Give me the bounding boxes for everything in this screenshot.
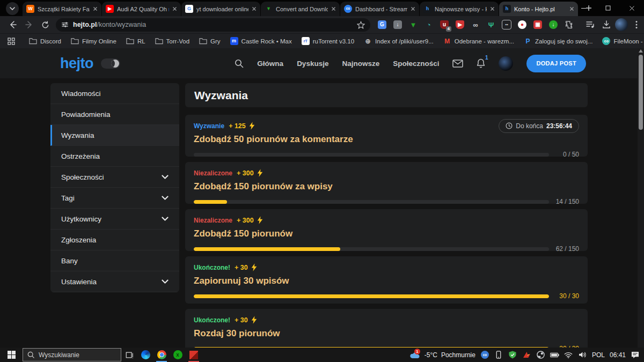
- steam-tray-icon[interactable]: [536, 350, 545, 359]
- tab-close-icon[interactable]: [331, 6, 336, 11]
- defender-tray-icon[interactable]: [508, 350, 517, 359]
- tab-close-icon[interactable]: [93, 6, 98, 11]
- close-window-button[interactable]: [620, 0, 644, 16]
- bookmark-label: Odebrane - warezm...: [455, 38, 514, 45]
- chrome-taskbar-icon[interactable]: [153, 348, 170, 362]
- dark-mode-toggle[interactable]: [101, 58, 120, 69]
- idm-download-ext-icon[interactable]: ↓: [392, 19, 403, 30]
- sidebar-item[interactable]: Społeczności: [50, 167, 179, 188]
- sidebar-item[interactable]: Zgłoszenia: [50, 230, 179, 250]
- notifications-button[interactable]: 1: [477, 58, 485, 68]
- edge-taskbar-icon[interactable]: [137, 348, 153, 362]
- scrollbar-thumb[interactable]: [639, 55, 643, 130]
- clock[interactable]: 06:41: [610, 351, 626, 359]
- browser-tab[interactable]: co Dashboard - Streama: [340, 2, 419, 16]
- header-nav-item[interactable]: Najnowsze: [342, 60, 379, 68]
- imagus-ext-icon[interactable]: Ψ: [486, 19, 496, 30]
- video-downloader-ext-icon[interactable]: ▣: [532, 19, 543, 30]
- afterburner-tray-icon[interactable]: [522, 350, 531, 359]
- tab-close-icon[interactable]: [490, 6, 495, 11]
- sidebar-item[interactable]: Ustawienia: [50, 271, 179, 292]
- bookmark-item[interactable]: Filmy Online: [66, 35, 121, 47]
- weather-widget[interactable]: 1 -5°C Pochmurnie: [409, 351, 475, 359]
- back-button[interactable]: [5, 17, 20, 32]
- bookmark-item[interactable]: Gry: [194, 35, 225, 47]
- bookmark-item[interactable]: m Castle Rock • Max: [225, 35, 297, 47]
- tab-close-icon[interactable]: [172, 6, 177, 11]
- tab-search-menu-button[interactable]: [6, 2, 19, 15]
- alarm-clock-ext-icon[interactable]: ◔: [423, 19, 434, 30]
- adblock-youtube-ext-icon[interactable]: ▶: [455, 19, 465, 30]
- sidebar-item[interactable]: Powiadomienia: [50, 104, 179, 125]
- hejto-logo[interactable]: hejto: [60, 55, 93, 72]
- browser-tab[interactable]: h Najnowsze wpisy - H: [420, 2, 499, 16]
- mask-ext-icon[interactable]: ••: [501, 19, 512, 30]
- volume-tray-icon[interactable]: [578, 350, 587, 359]
- browser-tab[interactable]: ▼ Convert and Downlo: [261, 2, 340, 16]
- battery-tray-icon[interactable]: [550, 350, 559, 359]
- bookmark-item[interactable]: P Zaloguj się do swoj...: [519, 35, 597, 47]
- header-nav: Główna Dyskusje Najnowsze Społeczności 1…: [235, 55, 586, 72]
- browser-profile-avatar[interactable]: [615, 18, 628, 31]
- language-indicator[interactable]: POL: [592, 351, 605, 359]
- browser-menu-button[interactable]: [629, 17, 644, 32]
- tab-close-icon[interactable]: [252, 6, 257, 11]
- media-playlist-button[interactable]: [583, 17, 598, 32]
- taskbar-search-box[interactable]: Wyszukiwanie: [23, 348, 121, 361]
- forward-button[interactable]: [21, 17, 36, 32]
- sidebar-item[interactable]: Ostrzeżenia: [50, 146, 179, 167]
- minimize-button[interactable]: [572, 0, 596, 16]
- bookmark-label: Gry: [210, 38, 221, 45]
- maximize-button[interactable]: [596, 0, 620, 16]
- header-nav-item[interactable]: Dyskusje: [297, 60, 328, 68]
- downloads-button[interactable]: [599, 17, 614, 32]
- filemoon-tray-icon[interactable]: co: [480, 350, 489, 359]
- wifi-tray-icon[interactable]: [564, 350, 573, 359]
- scrollbar-up-arrow[interactable]: [639, 49, 643, 53]
- header-nav-item[interactable]: Główna: [257, 60, 283, 68]
- bookmark-star-icon[interactable]: [357, 21, 365, 29]
- sidebar-item[interactable]: Wyzwania: [50, 125, 179, 146]
- phone-tray-icon[interactable]: [494, 350, 503, 359]
- reload-button[interactable]: [38, 17, 53, 32]
- green-downloader-ext-icon[interactable]: ↓: [548, 19, 559, 30]
- extensions-puzzle-icon[interactable]: [564, 19, 574, 30]
- search-button[interactable]: [235, 59, 244, 68]
- bookmark-item[interactable]: ⊕ Index of /pliki/user9...: [359, 35, 438, 47]
- bookmark-item[interactable]: Discord: [24, 35, 66, 47]
- header-nav-item[interactable]: Społeczności: [393, 60, 439, 68]
- xbox-taskbar-icon[interactable]: x: [170, 348, 186, 362]
- bookmark-item[interactable]: co FileMoon - Dashbo...: [597, 35, 644, 47]
- handcuffs-ext-icon[interactable]: ∞: [470, 19, 481, 30]
- sidebar-item[interactable]: Wiadomości: [50, 83, 179, 104]
- task-view-button[interactable]: [121, 348, 137, 362]
- bookmark-item[interactable]: RL: [121, 35, 150, 47]
- screen-recorder-ext-icon[interactable]: ●: [517, 19, 528, 30]
- savefrom-ext-icon[interactable]: ▼: [408, 19, 419, 30]
- messages-button[interactable]: [452, 60, 463, 68]
- browser-tab[interactable]: W Szczątki Rakiety Falco: [23, 2, 101, 16]
- translate-ext-icon[interactable]: G: [377, 19, 387, 30]
- browser-tab[interactable]: G yt downloader online: [181, 2, 260, 16]
- address-bar[interactable]: hejto.pl/konto/wyzwania: [56, 18, 370, 32]
- sidebar-item[interactable]: Bany: [50, 250, 179, 271]
- add-post-button[interactable]: DODAJ POST: [526, 55, 586, 72]
- start-button[interactable]: [0, 348, 23, 362]
- sidebar-item[interactable]: Tagi: [50, 188, 179, 209]
- tab-close-icon[interactable]: [411, 6, 415, 11]
- sidebar-item[interactable]: Użytkownicy: [50, 209, 179, 230]
- apps-grid-button[interactable]: [6, 35, 20, 47]
- bookmark-item[interactable]: Torr-Vod: [150, 35, 194, 47]
- site-settings-icon[interactable]: [61, 21, 69, 28]
- desktop: W Szczątki Rakiety Falco ▶ Audi A2 Quali…: [0, 0, 644, 362]
- media-app-taskbar-icon[interactable]: [186, 348, 202, 362]
- action-center-button[interactable]: [631, 350, 640, 359]
- ublock-ext-icon[interactable]: u 4: [439, 19, 450, 30]
- page-scrollbar[interactable]: [638, 48, 644, 348]
- browser-tab[interactable]: ▶ Audi A2 Quality Oh m: [102, 2, 181, 16]
- browser-tab[interactable]: h Konto - Hejto.pl: [499, 2, 578, 16]
- weather-desc: Pochmurnie: [441, 351, 475, 359]
- bookmark-item[interactable]: M Odebrane - warezm...: [438, 35, 519, 47]
- bookmark-item[interactable]: rT ruTorrent v3.10: [297, 35, 359, 47]
- user-avatar[interactable]: [499, 56, 513, 71]
